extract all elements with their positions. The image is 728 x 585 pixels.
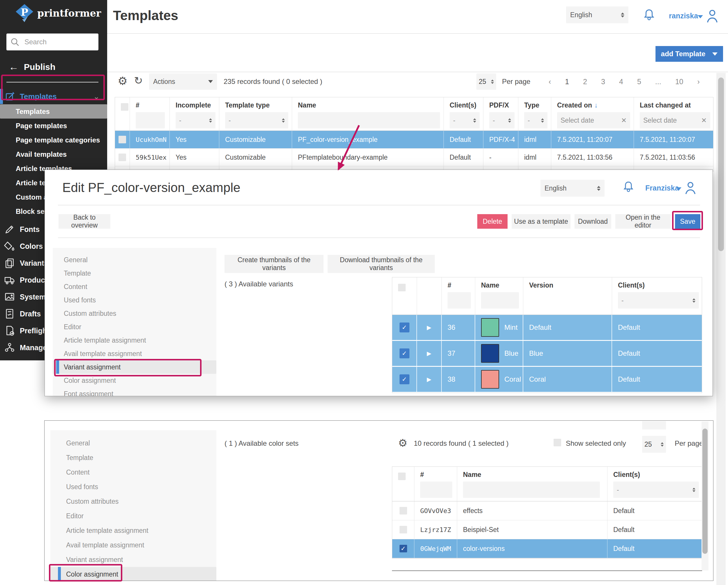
per-page-select[interactable]: 25 bbox=[476, 73, 496, 90]
color-set-row[interactable]: GOVvOVe3effectsDefault bbox=[392, 501, 702, 520]
modal-user-name[interactable]: Franziska bbox=[645, 184, 679, 192]
row-checkbox[interactable]: ✓ bbox=[399, 545, 407, 552]
nav-item-content[interactable]: Content bbox=[50, 465, 216, 480]
filter-select[interactable]: - bbox=[489, 112, 515, 128]
page-scrollbar[interactable] bbox=[717, 73, 726, 585]
table-row[interactable]: UcukhOmNYesCustomizablePF_color-version_… bbox=[115, 131, 713, 149]
filter-select[interactable]: - bbox=[450, 112, 479, 128]
variant-row[interactable]: ✓▶36MintDefaultDefault bbox=[392, 315, 702, 341]
user-name[interactable]: ranziska bbox=[669, 12, 698, 20]
open-in-editor-button[interactable]: Open in the editor bbox=[615, 214, 671, 229]
clear-date-icon[interactable]: ✕ bbox=[701, 117, 707, 124]
filter-date[interactable]: Select date✕ bbox=[557, 112, 630, 128]
nav-item-general[interactable]: General bbox=[53, 253, 216, 266]
settings-gear-icon[interactable]: ⚙ bbox=[118, 75, 128, 87]
sidebar-item-page-template-categories[interactable]: Page template categories bbox=[0, 133, 107, 147]
table-row[interactable]: 59k51UexYesCustomizablePFtemplateboundar… bbox=[115, 149, 713, 167]
delete-button[interactable]: Delete bbox=[477, 214, 508, 229]
sidebar-item-avail-templates[interactable]: Avail templates bbox=[0, 147, 107, 161]
nav-item-content[interactable]: Content bbox=[53, 280, 216, 294]
nav-item-font-assignment[interactable]: Font assignment bbox=[53, 387, 216, 396]
page-scrollbar-thumb[interactable] bbox=[718, 77, 724, 251]
settings-gear-icon[interactable]: ⚙ bbox=[398, 437, 407, 449]
nav-item-variant-assignment[interactable]: Variant assignment bbox=[53, 360, 216, 374]
filter-input[interactable] bbox=[463, 482, 600, 498]
save-button[interactable]: Save bbox=[675, 214, 700, 229]
page-number[interactable]: ... bbox=[655, 77, 661, 86]
use-as-template-button[interactable]: Use as a template bbox=[512, 214, 570, 229]
expand-row-icon[interactable]: ▶ bbox=[427, 324, 431, 331]
variant-checkbox[interactable]: ✓ bbox=[399, 323, 410, 332]
back-to-publish[interactable]: ← Publish bbox=[9, 61, 55, 73]
filter-input[interactable] bbox=[420, 482, 452, 498]
nav-item-color-assignment[interactable]: Color assignment bbox=[53, 374, 216, 387]
row-checkbox[interactable] bbox=[119, 154, 126, 161]
nav-item-custom-attributes[interactable]: Custom attributes bbox=[53, 307, 216, 320]
page-number[interactable]: 10 bbox=[675, 77, 683, 86]
page-next[interactable]: › bbox=[697, 77, 700, 86]
user-menu-caret-icon[interactable] bbox=[698, 15, 703, 18]
row-checkbox[interactable] bbox=[399, 526, 407, 533]
variant-row[interactable]: ✓▶38CoralCoralDefault bbox=[392, 367, 702, 393]
nav-item-avail-template-assignment[interactable]: Avail template assignment bbox=[50, 538, 216, 552]
nav-item-editor[interactable]: Editor bbox=[53, 320, 216, 334]
color-set-row[interactable]: ✓0GWejqWMcolor-versionsDefault bbox=[392, 539, 702, 558]
create-thumbnails-button[interactable]: Create thumbnails of the variants bbox=[225, 255, 323, 273]
refresh-icon[interactable]: ↻ bbox=[134, 75, 143, 86]
panel-scrollbar-thumb[interactable] bbox=[702, 429, 708, 554]
filter-input[interactable] bbox=[298, 112, 440, 128]
select-all-checkbox[interactable] bbox=[398, 284, 406, 291]
user-icon[interactable] bbox=[705, 7, 720, 24]
add-template-button[interactable]: add Template bbox=[655, 46, 723, 62]
nav-item-used-fonts[interactable]: Used fonts bbox=[53, 294, 216, 307]
download-button[interactable]: Download bbox=[575, 214, 611, 229]
bell-icon[interactable] bbox=[622, 180, 635, 196]
nav-item-used-fonts[interactable]: Used fonts bbox=[50, 480, 216, 494]
search-input[interactable] bbox=[24, 37, 89, 46]
user-menu-caret-icon[interactable] bbox=[676, 187, 681, 190]
filter-select[interactable]: - bbox=[618, 292, 699, 308]
show-selected-checkbox[interactable] bbox=[553, 439, 561, 446]
expand-row-icon[interactable]: ▶ bbox=[427, 350, 431, 357]
back-to-overview-button[interactable]: Back to overview bbox=[58, 214, 110, 229]
nav-item-editor[interactable]: Editor bbox=[50, 509, 216, 523]
sidebar-section-templates[interactable]: Templates ⌄ bbox=[5, 90, 104, 103]
filter-input[interactable] bbox=[136, 112, 165, 128]
nav-item-avail-template-assignment[interactable]: Avail template assignment bbox=[53, 347, 216, 360]
sidebar-item-templates[interactable]: Templates bbox=[0, 104, 107, 119]
nav-item-general[interactable]: General bbox=[50, 436, 216, 451]
search-box[interactable] bbox=[6, 33, 98, 50]
nav-item-article-template-assignment[interactable]: Article template assignment bbox=[53, 334, 216, 347]
nav-item-article-template-assignment[interactable]: Article template assignment bbox=[50, 523, 216, 538]
per-page-select[interactable]: 25 bbox=[642, 436, 666, 453]
variant-row[interactable]: ✓▶37BlueBlueDefault bbox=[392, 341, 702, 367]
color-set-row[interactable]: Lzjrz17ZBeispiel-SetDefault bbox=[392, 520, 702, 539]
filter-select[interactable]: - bbox=[613, 482, 699, 498]
page-prev[interactable]: ‹ bbox=[549, 77, 551, 86]
actions-dropdown[interactable]: Actions bbox=[149, 73, 217, 90]
page-number[interactable]: 3 bbox=[601, 77, 605, 86]
sort-down-icon[interactable]: ↓ bbox=[594, 101, 598, 109]
expand-row-icon[interactable]: ▶ bbox=[427, 376, 431, 383]
page-number[interactable]: 5 bbox=[637, 77, 641, 86]
filter-input[interactable] bbox=[448, 292, 471, 308]
nav-item-color-assignment[interactable]: Color assignment bbox=[50, 567, 216, 581]
page-number[interactable]: 1 bbox=[565, 77, 569, 86]
filter-select[interactable]: - bbox=[176, 112, 215, 128]
modal-language-select[interactable]: English bbox=[541, 180, 604, 197]
variant-checkbox[interactable]: ✓ bbox=[399, 349, 410, 358]
bell-icon[interactable] bbox=[642, 8, 656, 24]
clear-date-icon[interactable]: ✕ bbox=[621, 117, 627, 124]
filter-date[interactable]: Select date✕ bbox=[640, 112, 710, 128]
filter-select[interactable]: - bbox=[524, 112, 547, 128]
page-number[interactable]: 4 bbox=[619, 77, 623, 86]
row-checkbox[interactable] bbox=[399, 507, 407, 514]
row-checkbox[interactable] bbox=[119, 136, 126, 143]
page-number[interactable]: 2 bbox=[583, 77, 587, 86]
select-all-checkbox[interactable] bbox=[121, 103, 128, 111]
select-all-checkbox[interactable] bbox=[398, 473, 406, 480]
download-thumbnails-button[interactable]: Download thumbnails of the variants bbox=[328, 255, 435, 273]
user-icon[interactable] bbox=[683, 180, 698, 196]
nav-item-template[interactable]: Template bbox=[53, 266, 216, 280]
panel-scrollbar[interactable] bbox=[702, 422, 708, 570]
